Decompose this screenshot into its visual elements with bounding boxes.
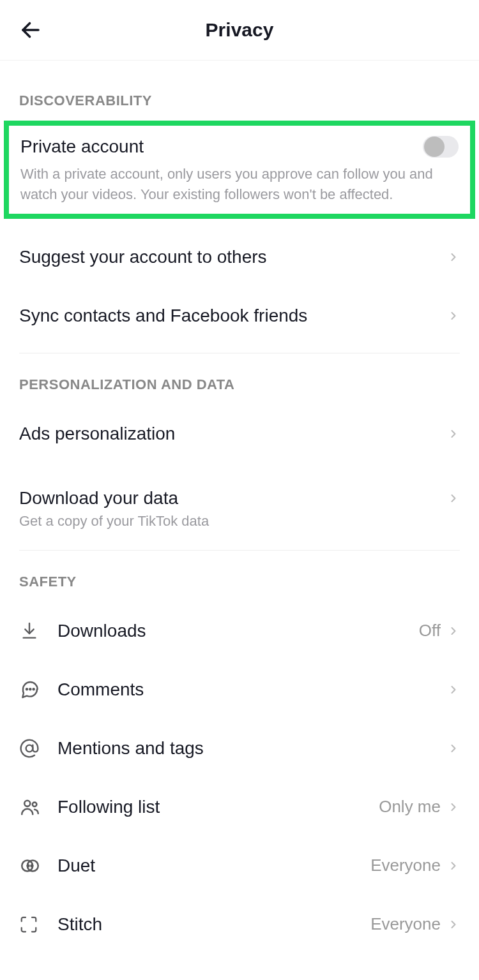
duet-row[interactable]: Duet Everyone bbox=[0, 836, 479, 895]
suggest-account-label: Suggest your account to others bbox=[19, 247, 447, 267]
private-account-toggle[interactable] bbox=[423, 136, 459, 158]
header: Privacy bbox=[0, 0, 479, 61]
svg-point-3 bbox=[26, 688, 27, 690]
svg-point-12 bbox=[31, 865, 33, 867]
sync-contacts-row[interactable]: Sync contacts and Facebook friends bbox=[0, 286, 479, 345]
mentions-label: Mentions and tags bbox=[57, 738, 447, 759]
suggest-account-row[interactable]: Suggest your account to others bbox=[0, 228, 479, 286]
svg-point-11 bbox=[27, 865, 29, 867]
private-account-highlight: Private account With a private account, … bbox=[4, 121, 475, 219]
chevron-right-icon bbox=[447, 742, 460, 755]
downloads-row[interactable]: Downloads Off bbox=[0, 602, 479, 660]
ads-personalization-label: Ads personalization bbox=[19, 424, 447, 444]
duet-value: Everyone bbox=[370, 856, 441, 875]
arrow-left-icon bbox=[19, 19, 42, 41]
stitch-icon bbox=[19, 915, 57, 934]
following-list-value: Only me bbox=[379, 797, 441, 817]
toggle-knob bbox=[424, 137, 445, 157]
back-button[interactable] bbox=[18, 17, 43, 43]
people-icon bbox=[19, 796, 57, 818]
comments-label: Comments bbox=[57, 679, 447, 700]
download-data-label: Download your data bbox=[19, 488, 447, 509]
mentions-row[interactable]: Mentions and tags bbox=[0, 719, 479, 778]
at-icon bbox=[19, 738, 57, 759]
chevron-right-icon bbox=[447, 309, 460, 322]
svg-point-6 bbox=[26, 745, 33, 752]
svg-point-4 bbox=[29, 688, 31, 690]
duet-icon bbox=[19, 855, 57, 877]
private-account-description: With a private account, only users you a… bbox=[20, 164, 459, 205]
stitch-row[interactable]: Stitch Everyone bbox=[0, 895, 479, 954]
svg-point-5 bbox=[33, 688, 34, 690]
section-header-personalization: PERSONALIZATION AND DATA bbox=[0, 353, 479, 405]
downloads-label: Downloads bbox=[57, 621, 419, 641]
download-icon bbox=[19, 621, 57, 641]
following-list-label: Following list bbox=[57, 797, 379, 817]
chevron-right-icon bbox=[447, 492, 460, 505]
stitch-value: Everyone bbox=[370, 914, 441, 934]
section-header-discoverability: DISCOVERABILITY bbox=[0, 61, 479, 121]
private-account-row[interactable]: Private account bbox=[20, 131, 459, 164]
section-header-safety: SAFETY bbox=[0, 551, 479, 602]
comments-row[interactable]: Comments bbox=[0, 660, 479, 719]
svg-point-8 bbox=[33, 802, 37, 806]
chevron-right-icon bbox=[447, 427, 460, 440]
comment-icon bbox=[19, 679, 57, 700]
sync-contacts-label: Sync contacts and Facebook friends bbox=[19, 306, 447, 326]
svg-point-7 bbox=[24, 801, 30, 806]
chevron-right-icon bbox=[447, 251, 460, 264]
chevron-right-icon bbox=[447, 801, 460, 813]
download-data-description: Get a copy of your TikTok data bbox=[0, 513, 479, 542]
chevron-right-icon bbox=[447, 683, 460, 696]
chevron-right-icon bbox=[447, 625, 460, 637]
downloads-value: Off bbox=[419, 621, 441, 641]
chevron-right-icon bbox=[447, 918, 460, 931]
liked-videos-row[interactable]: Liked videos Only me bbox=[0, 954, 479, 980]
ads-personalization-row[interactable]: Ads personalization bbox=[0, 405, 479, 463]
page-title: Privacy bbox=[206, 19, 274, 41]
private-account-label: Private account bbox=[20, 137, 423, 157]
duet-label: Duet bbox=[57, 856, 370, 876]
following-list-row[interactable]: Following list Only me bbox=[0, 778, 479, 836]
chevron-right-icon bbox=[447, 859, 460, 872]
stitch-label: Stitch bbox=[57, 914, 370, 935]
